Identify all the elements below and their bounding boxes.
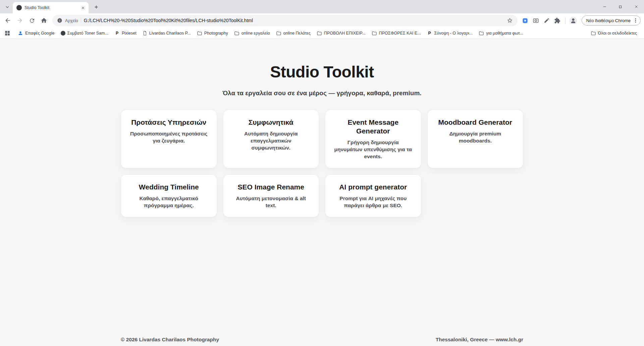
card-title: Συμφωνητικά [232, 118, 310, 127]
window-controls [597, 0, 644, 13]
card-title: SEO Image Rename [232, 183, 310, 191]
tab-favicon-icon [16, 5, 22, 10]
card-description: Αυτόματη δημιουργία επαγγελματικών συμφω… [232, 130, 310, 151]
bookmark-item[interactable]: για μαθήματα φωτ... [476, 29, 526, 37]
card-title: Moodboard Generator [436, 118, 515, 127]
home-button[interactable] [38, 15, 50, 26]
all-bookmarks-label: Όλοι οι σελιδοδείκτες [598, 31, 637, 36]
page-content: Studio Toolkit Όλα τα εργαλεία σου σε έν… [0, 39, 644, 346]
extension-blue-app-icon[interactable] [520, 15, 530, 25]
info-icon[interactable] [57, 18, 62, 23]
browser-window: Studio Toolkit [0, 0, 644, 39]
bookmark-item[interactable]: online Πελάτες [273, 29, 314, 37]
folder-icon [591, 31, 596, 36]
card-service-proposals[interactable]: Προτάσεις Υπηρεσιών Προσωποποιημένες προ… [121, 110, 217, 168]
bookmark-item[interactable]: Επαφές Google [15, 29, 58, 37]
bookmark-label: Photography [204, 31, 228, 36]
screenshot-camera-icon[interactable] [531, 15, 541, 25]
tab-title: Studio Toolkit [24, 5, 77, 10]
card-title: Προτάσεις Υπηρεσιών [130, 118, 208, 127]
card-seo-image-rename[interactable]: SEO Image Rename Αυτόματη μετονομασία & … [223, 174, 319, 217]
bookmark-item[interactable]: ΠΡΟΣΦΟΡΕΣ ΚΑΙ Ε... [369, 29, 424, 37]
tab-search-button[interactable] [3, 2, 12, 12]
bookmark-item[interactable]: P Pixieset [111, 29, 140, 37]
kebab-menu-icon[interactable] [633, 18, 638, 23]
card-contracts[interactable]: Συμφωνητικά Αυτόματη δημιουργία επαγγελμ… [223, 110, 319, 168]
card-title: Wedding Timeline [130, 183, 208, 191]
site-favicon-icon: Ρ [427, 31, 432, 36]
address-bar[interactable]: Αρχείο G:/LCH/LCH%20-%20Studio%20Tool%20… [52, 15, 518, 26]
bookmark-label: Pixieset [122, 31, 137, 36]
bookmark-star-icon[interactable] [505, 15, 515, 25]
card-title: AI prompt generator [334, 183, 412, 191]
close-button[interactable] [628, 0, 644, 13]
bookmark-label: Livardas Charilaos P... [149, 31, 191, 36]
page-title: Studio Toolkit [0, 39, 644, 82]
chrome-update-button[interactable]: Νέο διαθέσιμο Chrome [582, 15, 641, 25]
bookmark-label: online Πελάτες [283, 31, 311, 36]
folder-icon [234, 31, 239, 36]
folder-icon [317, 31, 322, 36]
bookmark-item[interactable]: Photography [194, 29, 231, 37]
url-text[interactable]: G:/LCH/LCH%20-%20Studio%20Tool%20Kit%20f… [84, 18, 502, 23]
bookmark-label: για μαθήματα φωτ... [486, 31, 523, 36]
back-button[interactable] [2, 15, 13, 26]
maximize-icon [619, 5, 622, 9]
forward-button[interactable] [14, 15, 25, 26]
pen-icon[interactable] [542, 15, 552, 25]
folder-icon [276, 31, 281, 36]
folder-icon [479, 31, 484, 36]
card-title: Event Message Generator [334, 118, 412, 135]
back-arrow-icon [4, 17, 11, 24]
bookmark-item[interactable]: online εργαλεία [231, 29, 273, 37]
maximize-button[interactable] [612, 0, 628, 13]
all-bookmarks-button[interactable]: Όλοι οι σελιδοδείκτες [588, 29, 640, 37]
folder-icon [372, 31, 377, 36]
page-footer: © 2026 Livardas Charilaos Photography Th… [121, 337, 523, 343]
bookmark-item[interactable]: Ρ Σύνοψη - Ο λογαρι... [424, 29, 476, 37]
browser-tab[interactable]: Studio Toolkit [13, 2, 89, 13]
chevron-down-icon [5, 4, 10, 10]
tab-strip: Studio Toolkit [0, 0, 644, 13]
apps-grid-icon[interactable] [3, 28, 12, 38]
site-favicon-icon [61, 31, 65, 36]
file-chip-label[interactable]: Αρχείο [65, 18, 78, 23]
card-description: Προσωποποιημένες προτάσεις για ζευγάρια. [130, 130, 208, 144]
bookmark-item[interactable]: ΠΡΟΒΟΛΗ ΕΠΙΧΕΙΡ... [314, 29, 369, 37]
minimize-icon [603, 5, 607, 9]
card-event-message-generator[interactable]: Event Message Generator Γρήγορη δημιουργ… [325, 110, 421, 168]
card-description: Δημιουργία premium moodboards. [436, 130, 515, 144]
card-description: Prompt για AI μηχανές που παράγει άρθρα … [334, 195, 412, 209]
card-description: Γρήγορη δημιουργία μηνυμάτων υπενθύμισης… [334, 139, 412, 160]
forward-arrow-icon [16, 17, 23, 24]
letter-p-favicon-icon: P [114, 31, 120, 36]
card-moodboard-generator[interactable]: Moodboard Generator Δημιουργία premium m… [427, 110, 524, 168]
bookmarks-bar: Επαφές Google Συμβατό Toner Sam... P Pix… [0, 27, 644, 39]
bookmark-label: ΠΡΟΒΟΛΗ ΕΠΙΧΕΙΡ... [324, 31, 366, 36]
new-tab-button[interactable] [92, 2, 101, 12]
reload-icon [29, 17, 35, 24]
profile-avatar[interactable] [568, 15, 578, 25]
extensions-puzzle-icon[interactable] [552, 15, 562, 25]
card-wedding-timeline[interactable]: Wedding Timeline Καθαρό, επαγγελματικό π… [121, 174, 217, 217]
bookmark-label: Επαφές Google [25, 31, 55, 36]
document-icon [143, 31, 147, 36]
bookmark-label: ΠΡΟΣΦΟΡΕΣ ΚΑΙ Ε... [379, 31, 421, 36]
minimize-button[interactable] [597, 0, 612, 13]
home-icon [41, 17, 47, 24]
card-description: Αυτόματη μετονομασία & alt text. [232, 195, 310, 209]
bookmark-item[interactable]: Livardas Charilaos P... [140, 30, 194, 37]
chip-separator [81, 18, 81, 23]
tab-close-icon[interactable] [80, 5, 86, 11]
folder-icon [197, 31, 202, 36]
person-icon [18, 31, 23, 36]
browser-toolbar: Αρχείο G:/LCH/LCH%20-%20Studio%20Tool%20… [0, 13, 644, 27]
footer-copyright: © 2026 Livardas Charilaos Photography [121, 337, 219, 343]
page-subtitle: Όλα τα εργαλεία σου σε ένα μέρος — γρήγο… [0, 89, 644, 97]
reload-button[interactable] [26, 15, 38, 26]
bookmark-label: Συμβατό Toner Sam... [67, 31, 108, 36]
plus-icon [94, 4, 99, 10]
bookmark-item[interactable]: Συμβατό Toner Sam... [58, 30, 111, 37]
bookmark-label: online εργαλεία [241, 31, 270, 36]
card-ai-prompt-generator[interactable]: AI prompt generator Prompt για AI μηχανέ… [325, 174, 421, 217]
